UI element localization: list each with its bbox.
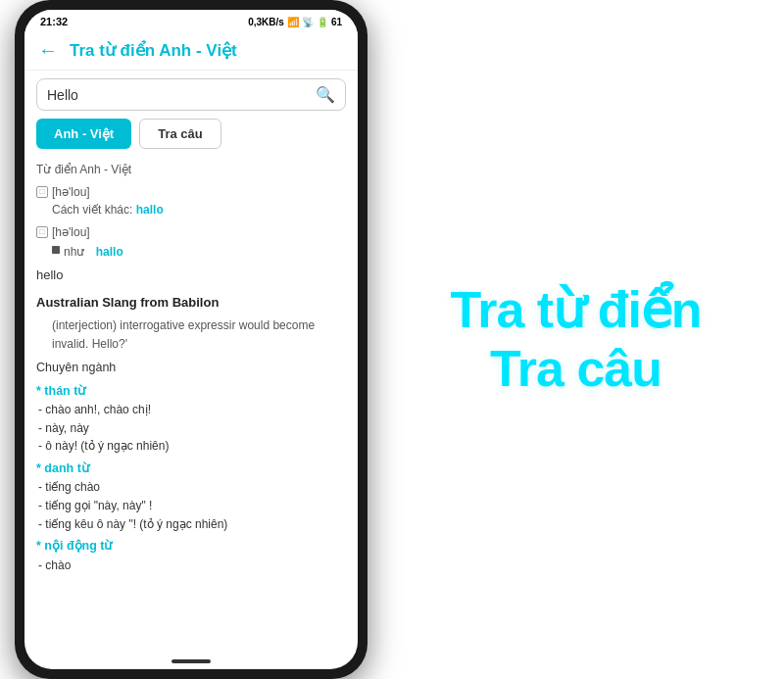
section-title: Từ điển Anh - Việt <box>36 161 346 179</box>
category-1-label: * thán từ <box>36 382 346 401</box>
right-panel: Tra từ điển Tra câu <box>368 262 784 418</box>
tab-anh-viet[interactable]: Anh - Việt <box>36 119 131 149</box>
phonetic-1: □ [hə'lou] <box>36 183 346 202</box>
app-header: ← Tra từ điển Anh - Việt <box>24 31 358 71</box>
status-bar: 21:32 0,3KB/s 📶 📡 🔋 61 <box>24 10 358 31</box>
home-indicator <box>172 659 211 663</box>
tab-row: Anh - Việt Tra câu <box>24 119 358 157</box>
search-bar: 🔍 <box>24 71 358 119</box>
category-2-label: * danh từ <box>36 460 346 478</box>
battery-icon: 🔋 <box>317 17 328 27</box>
bullet-sq <box>52 246 60 254</box>
network-speed: 0,3KB/s <box>248 17 284 27</box>
hello-word: hello <box>36 266 346 285</box>
status-time: 21:32 <box>40 16 68 27</box>
battery-level: 61 <box>331 17 342 27</box>
item-1-0: - chào anh!, chào chị! <box>38 401 346 419</box>
item-2-2: - tiếng kêu ô này "! (tỏ ý ngạc nhiên) <box>38 515 346 534</box>
status-icons: 0,3KB/s 📶 📡 🔋 61 <box>248 17 342 27</box>
speaker-icon-2[interactable]: □ <box>36 226 48 238</box>
item-1-1: - này, này <box>38 419 346 438</box>
nhu-hallo: như hallo <box>52 243 346 262</box>
chuyen-nganh-label: Chuyên ngành <box>36 359 346 377</box>
item-2-1: - tiếng gọi "này, này" ! <box>38 497 346 515</box>
header-title: Tra từ điển Anh - Việt <box>70 40 237 61</box>
item-3-0: - chào <box>38 557 346 575</box>
content-area[interactable]: Từ điển Anh - Việt □ [hə'lou] Cách viết … <box>24 157 358 654</box>
hallo-link-2[interactable]: hallo <box>96 243 123 262</box>
back-button[interactable]: ← <box>38 39 58 62</box>
phonetic-2-text: [hə'lou] <box>52 223 90 242</box>
speaker-icon-1[interactable]: □ <box>36 186 48 198</box>
item-1-2: - ô này! (tỏ ý ngạc nhiên) <box>38 437 346 456</box>
phone-shell: 21:32 0,3KB/s 📶 📡 🔋 61 ← Tra từ điển Anh… <box>15 0 368 679</box>
search-icon[interactable]: 🔍 <box>316 85 335 104</box>
interj-text: (interjection) interrogative expressir w… <box>52 316 346 353</box>
nhu-label: như <box>64 243 84 262</box>
search-input-wrapper: 🔍 <box>36 78 346 111</box>
signal-icon: 📶 <box>287 17 299 27</box>
phonetic-2: □ [hə'lou] <box>36 223 346 242</box>
hallo-link-1[interactable]: hallo <box>136 203 164 217</box>
cach-viet-label: Cách viết khác: hallo <box>52 201 346 219</box>
tab-tra-cau[interactable]: Tra câu <box>139 119 221 149</box>
item-2-0: - tiếng chào <box>38 478 346 497</box>
search-input[interactable] <box>47 87 316 103</box>
phonetic-1-text: [hə'lou] <box>52 183 90 202</box>
wifi-icon: 📡 <box>302 17 314 27</box>
phone-screen: 21:32 0,3KB/s 📶 📡 🔋 61 ← Tra từ điển Anh… <box>24 10 358 669</box>
category-3-label: * nội động từ <box>36 537 346 556</box>
babilon-title: Australian Slang from Babilon <box>36 293 346 313</box>
big-text-line1: Tra từ điển Tra câu <box>450 281 701 399</box>
